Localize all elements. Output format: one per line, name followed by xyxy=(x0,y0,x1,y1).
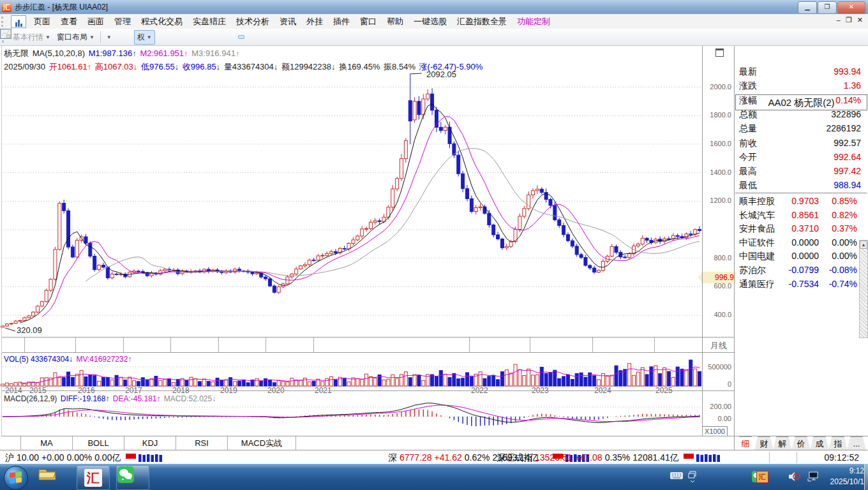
macd-pane-header: MACD(26,12,9) DIFF:-19.168↑ DEA:-45.181↑… xyxy=(4,394,217,403)
watchlist-row-中国电建[interactable]: 中国电建0.00000.00% xyxy=(735,249,858,263)
price-tick-400.0: 400.0 xyxy=(702,311,731,318)
vol-axis-top: 500000 xyxy=(702,363,731,371)
quote-row-总量: 总量2286192 xyxy=(735,121,866,135)
quote-row-总额: 总额322896 xyxy=(735,107,866,121)
title-bar[interactable]: 汇 步步汇盈 - [杨无限 UIAA02] ▁ ❐ ✕ xyxy=(0,0,868,15)
menu-item-技术分析[interactable]: 技术分析 xyxy=(231,15,274,29)
watchlist-row-通策医疗[interactable]: 通策医疗-0.7534-0.74% xyxy=(735,278,858,291)
start-button[interactable] xyxy=(4,466,28,490)
watchlist-row-中证软件[interactable]: 中证软件0.00000.00% xyxy=(735,236,858,249)
trend-chart-icon[interactable] xyxy=(232,35,238,39)
status-bar: 09:12:52 沪10.00+0.000.00%0.00亿深6777.28+4… xyxy=(0,450,868,464)
price-tick-800.0: 800.0 xyxy=(702,254,731,262)
watchlist-scrollbar[interactable]: ▲ xyxy=(859,240,868,338)
chart-forward-icon[interactable] xyxy=(238,35,244,39)
warning-icon[interactable]: ! xyxy=(200,35,206,39)
small-chart-icon[interactable] xyxy=(225,35,232,39)
menu-item-帮助[interactable]: 帮助 xyxy=(382,15,408,29)
multi-chart-icon[interactable] xyxy=(213,35,219,39)
taskbar: 汇 汇 9:12 2025/10/1 xyxy=(0,464,868,490)
measure-icon[interactable] xyxy=(128,35,134,39)
mdi-button-2[interactable]: ✕ xyxy=(857,16,863,24)
watchlist-row-长城汽车[interactable]: 长城汽车0.85610.82% xyxy=(735,209,858,222)
menu-item-功能定制[interactable]: 功能定制 xyxy=(512,15,555,29)
minimize-button[interactable]: ▁ xyxy=(798,1,817,14)
peak-annotation: 2092.05 xyxy=(426,70,456,79)
menu-item-画面[interactable]: 画面 xyxy=(82,15,109,29)
price-tick-1200.0: 1200.0 xyxy=(702,197,731,204)
status-time: 09:12:52 xyxy=(825,450,860,464)
chart-workspace: 杨无限 MA(5,10,20,8) M1:987.136↑ M2:961.951… xyxy=(0,46,868,464)
notes-icon[interactable] xyxy=(193,35,200,39)
menu-item-汇盈指数全景[interactable]: 汇盈指数全景 xyxy=(452,15,512,29)
draw-lines-icon[interactable] xyxy=(115,35,121,39)
menu-item-外挂[interactable]: 外挂 xyxy=(301,15,328,29)
chart-header-ohlc: 2025/09/30 开1061.61↑ 高1067.03↓ 低976.55↓ … xyxy=(4,61,484,73)
f10-info-icon[interactable]: F10 xyxy=(181,35,187,39)
wechat-taskbar-button[interactable] xyxy=(116,465,149,490)
quote-row-最高: 最高997.42 xyxy=(735,164,866,178)
watchlist-row-安井食品[interactable]: 安井食品0.37100.37% xyxy=(735,222,858,235)
price-tick-2000.0: 2000.0 xyxy=(702,83,731,91)
status-segment-0: 沪10.00+0.000.00%0.00亿 xyxy=(5,450,123,464)
settings-sun-icon[interactable] xyxy=(206,35,213,39)
huiying-tray-icon[interactable]: 汇 xyxy=(756,471,768,483)
menu-item-窗口[interactable]: 窗口 xyxy=(355,15,382,29)
menu-item-查看[interactable]: 查看 xyxy=(56,15,82,29)
indicator-tab-MACD实战[interactable]: MACD实战 xyxy=(228,436,296,450)
menu-grip[interactable] xyxy=(1,17,7,27)
trough-annotation: 320.09 xyxy=(17,325,42,335)
indicator-tab-KDJ[interactable]: KDJ xyxy=(124,436,176,450)
menu-item-插件[interactable]: 插件 xyxy=(328,15,355,29)
window-layout-button[interactable]: 窗口布局 ▼ xyxy=(54,30,98,45)
vol-pane-header: VOL(5) 433674304↓ MV:416927232↑ xyxy=(4,355,133,364)
indicator-tab-MA[interactable]: MA xyxy=(20,436,73,450)
menu-items: 页面查看画面管理程式化交易实盘猎庄技术分析资讯外挂插件窗口帮助一键选股汇盈指数全… xyxy=(29,15,555,29)
quote-row-前收: 前收992.57 xyxy=(735,136,866,150)
price-tick-600.0: 600.0 xyxy=(702,282,731,290)
quote-row-今开: 今开992.64 xyxy=(735,150,866,164)
mdi-window-buttons: –❐✕ xyxy=(837,16,863,24)
move-icon[interactable] xyxy=(121,35,128,39)
close-button[interactable]: ✕ xyxy=(837,1,865,14)
gray-cross-icon[interactable] xyxy=(161,35,168,39)
indicator-tab-RSI[interactable]: RSI xyxy=(176,436,228,450)
quote-row-最低: 最低988.94 xyxy=(735,178,866,192)
price-tick-1800.0: 1800.0 xyxy=(702,111,731,119)
macd-axis-top: 200.00 xyxy=(702,403,731,410)
indicator-tab-BOLL[interactable]: BOLL xyxy=(73,436,124,450)
mdi-button-1[interactable]: ❐ xyxy=(846,16,852,24)
restore-button[interactable]: ❐ xyxy=(818,1,837,14)
order-list-icon[interactable] xyxy=(168,35,174,39)
menu-item-页面[interactable]: 页面 xyxy=(29,15,56,29)
vol-axis-zero: 0 xyxy=(702,380,731,388)
indicator-tab-bar: MABOLLKDJRSIMACD实战 xyxy=(1,436,734,451)
menu-item-程式化交易[interactable]: 程式化交易 xyxy=(136,15,188,29)
show-desktop-button[interactable] xyxy=(864,464,868,490)
chart-page-icon[interactable] xyxy=(11,15,26,28)
pane-restore-icon[interactable] xyxy=(715,48,724,57)
signal-chart-icon[interactable] xyxy=(187,35,193,39)
green-cross-icon[interactable] xyxy=(155,35,161,39)
huiying-taskbar-button[interactable]: 汇 xyxy=(77,465,110,490)
rights-adjust-button[interactable]: 权 ▼ xyxy=(134,30,155,45)
menu-item-管理[interactable]: 管理 xyxy=(109,15,136,29)
period-label[interactable]: 月线 xyxy=(704,340,733,352)
menu-item-实盘猎庄[interactable]: 实盘猎庄 xyxy=(188,15,231,29)
price-tick-1600.0: 1600.0 xyxy=(702,140,731,147)
menu-item-一键选股[interactable]: 一键选股 xyxy=(408,15,452,29)
scroll-up-icon[interactable]: ▲ xyxy=(860,241,867,249)
taskbar-clock[interactable]: 9:12 2025/10/1 xyxy=(830,466,864,487)
desktop: 汇 步步汇盈 - [杨无限 UIAA02] ▁ ❐ ✕ 页面查看画面管理程式化交… xyxy=(0,0,868,490)
open-folder-button[interactable]: ▼ xyxy=(103,33,115,42)
table-view-icon[interactable] xyxy=(219,35,225,39)
menu-item-资讯[interactable]: 资讯 xyxy=(274,15,301,29)
mdi-button-0[interactable]: – xyxy=(837,16,841,24)
watchlist-row-顺丰控股[interactable]: 顺丰控股0.97030.85% xyxy=(735,195,858,208)
watchlist-row-苏泊尔[interactable]: 苏泊尔-0.0799-0.08% xyxy=(735,264,858,277)
basic-quote-button[interactable]: 基本行情 ▼ xyxy=(10,30,54,45)
copy-pages-icon[interactable] xyxy=(174,35,181,39)
explorer-taskbar-icon[interactable] xyxy=(37,465,70,490)
quote-row-最新: 最新993.94 xyxy=(735,64,866,78)
app-icon: 汇 xyxy=(2,3,11,12)
